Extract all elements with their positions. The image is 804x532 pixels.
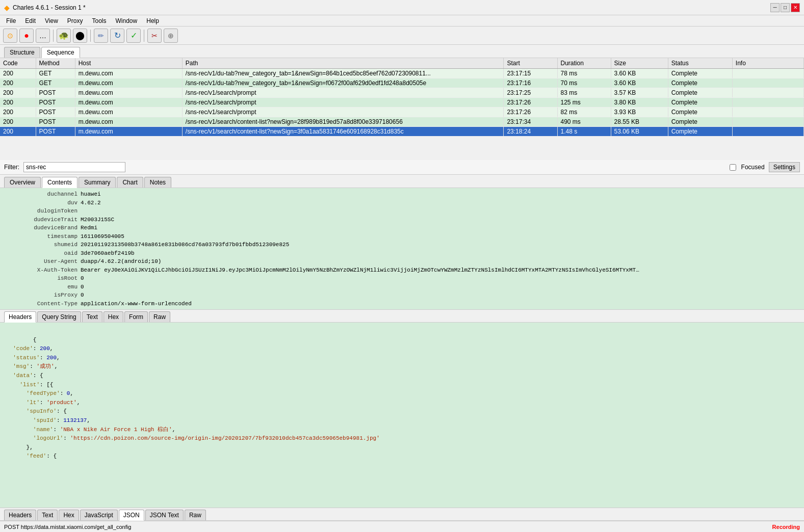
tab-resp-jsontext[interactable]: JSON Text xyxy=(145,510,184,520)
table-cell: /sns-rec/v1/search/content-list?newSign=… xyxy=(182,117,504,127)
request-table: Code Method Host Path Start Duration Siz… xyxy=(0,58,804,137)
refresh-btn[interactable]: ↻ xyxy=(110,29,124,43)
tab-resp-text[interactable]: Text xyxy=(37,510,58,520)
close-button[interactable]: ✕ xyxy=(791,3,800,12)
th-duration[interactable]: Duration xyxy=(557,58,611,69)
tab-structure[interactable]: Structure xyxy=(4,47,40,58)
th-code[interactable]: Code xyxy=(0,58,36,69)
table-cell: 53.06 KB xyxy=(611,127,668,137)
menu-edit[interactable]: Edit xyxy=(21,16,40,25)
table-row[interactable]: 200POSTm.dewu.com/sns-rec/v1/search/prom… xyxy=(0,88,804,98)
status-url: POST https://data.mistat.xiaomi.com/get_… xyxy=(4,524,131,530)
th-start[interactable]: Start xyxy=(504,58,557,69)
filter-input[interactable] xyxy=(23,162,125,172)
table-row[interactable]: 200POSTm.dewu.com/sns-rec/v1/search/prom… xyxy=(0,108,804,117)
table-cell: 23:18:24 xyxy=(504,127,557,137)
table-row[interactable]: 200POSTm.dewu.com/sns-rec/v1/search/cont… xyxy=(0,127,804,137)
stop-btn[interactable]: ● xyxy=(19,29,34,43)
header-shumeid: shumeid 202101192313508b3748a861e831b086… xyxy=(4,241,800,249)
tab-resp-hex[interactable]: Hex xyxy=(59,510,79,520)
tab-raw[interactable]: Raw xyxy=(149,311,170,322)
menubar: File Edit View Proxy Tools Window Help xyxy=(0,15,804,26)
tab-resp-javascript[interactable]: JavaScript xyxy=(80,510,118,520)
break-btn[interactable]: ⬤ xyxy=(73,29,87,43)
table-cell: /sns-rec/v1/search/prompt xyxy=(182,108,504,117)
table-cell: 3.60 KB xyxy=(611,78,668,88)
table-row[interactable]: 200GETm.dewu.com/sns-rec/v1/du-tab?new_c… xyxy=(0,69,804,78)
tab-overview[interactable]: Overview xyxy=(4,177,41,188)
throttle-btn[interactable]: 🐢 xyxy=(57,29,71,43)
focused-checkbox[interactable] xyxy=(730,164,736,171)
table-cell: 70 ms xyxy=(557,78,611,88)
th-info[interactable]: Info xyxy=(732,58,803,69)
th-method[interactable]: Method xyxy=(36,58,75,69)
table-cell: 200 xyxy=(0,117,36,127)
status-recording: Recording xyxy=(772,524,800,530)
table-cell: m.dewu.com xyxy=(75,108,182,117)
tools2-btn[interactable]: ✂ xyxy=(147,29,162,43)
table-cell xyxy=(732,98,803,108)
separator-3 xyxy=(144,30,144,42)
header-contenttype: Content-Type application/x-www-form-urle… xyxy=(4,300,800,308)
table-cell: /sns-rec/v1/search/prompt xyxy=(182,88,504,98)
request-table-container: Code Method Host Path Start Duration Siz… xyxy=(0,58,804,160)
tab-summary[interactable]: Summary xyxy=(79,177,116,188)
tab-headers[interactable]: Headers xyxy=(4,311,36,323)
tab-resp-json[interactable]: JSON xyxy=(119,510,144,521)
tab-resp-headers[interactable]: Headers xyxy=(4,510,36,520)
table-cell: Complete xyxy=(668,98,732,108)
tab-hex[interactable]: Hex xyxy=(103,311,123,322)
main-layout: ◆ Charles 4.6.1 - Session 1 * ─ □ ✕ File… xyxy=(0,0,804,532)
table-cell: 490 ms xyxy=(557,117,611,127)
record-btn[interactable]: ⊙ xyxy=(3,29,17,43)
response-pane: { 'code': 200, 'status': 200, 'msg': '成功… xyxy=(0,323,804,521)
minimize-button[interactable]: ─ xyxy=(770,3,780,12)
header-dulogintoken: duloginToken xyxy=(4,207,800,216)
maximize-button[interactable]: □ xyxy=(781,3,790,12)
th-host[interactable]: Host xyxy=(75,58,182,69)
settings2-btn[interactable]: ⊕ xyxy=(164,29,178,43)
table-cell: GET xyxy=(36,78,75,88)
table-cell: Complete xyxy=(668,127,732,137)
app-title: Charles 4.6.1 - Session 1 * xyxy=(13,4,86,11)
menu-view[interactable]: View xyxy=(41,16,62,25)
validate-btn[interactable]: ✓ xyxy=(126,29,141,43)
table-row[interactable]: 200GETm.dewu.com/sns-rec/v1/du-tab?new_c… xyxy=(0,78,804,88)
menu-tools[interactable]: Tools xyxy=(88,16,111,25)
titlebar-left: ◆ Charles 4.6.1 - Session 1 * xyxy=(4,4,86,12)
table-cell: Complete xyxy=(668,78,732,88)
th-path[interactable]: Path xyxy=(182,58,504,69)
table-cell: 28.55 KB xyxy=(611,117,668,127)
menu-file[interactable]: File xyxy=(2,16,20,25)
menu-window[interactable]: Window xyxy=(112,16,142,25)
tab-sequence[interactable]: Sequence xyxy=(41,47,80,58)
table-cell: POST xyxy=(36,98,75,108)
table-cell: 200 xyxy=(0,98,36,108)
table-cell: POST xyxy=(36,108,75,117)
tab-chart[interactable]: Chart xyxy=(117,177,143,188)
settings-button[interactable]: Settings xyxy=(769,162,800,172)
more-btn[interactable]: … xyxy=(36,29,50,43)
menu-proxy[interactable]: Proxy xyxy=(63,16,87,25)
table-row[interactable]: 200POSTm.dewu.com/sns-rec/v1/search/prom… xyxy=(0,98,804,108)
tab-contents[interactable]: Contents xyxy=(42,177,77,188)
tab-resp-raw[interactable]: Raw xyxy=(185,510,206,520)
tab-querystring[interactable]: Query String xyxy=(37,311,81,322)
table-cell: 23:17:15 xyxy=(504,69,557,78)
table-cell: 200 xyxy=(0,108,36,117)
table-cell: 82 ms xyxy=(557,108,611,117)
menu-help[interactable]: Help xyxy=(142,16,163,25)
th-status[interactable]: Status xyxy=(668,58,732,69)
table-row[interactable]: 200POSTm.dewu.com/sns-rec/v1/search/cont… xyxy=(0,117,804,127)
table-cell: 3.80 KB xyxy=(611,98,668,108)
table-cell: POST xyxy=(36,117,75,127)
compose-btn[interactable]: ✏ xyxy=(94,29,108,43)
table-cell: 23:17:26 xyxy=(504,98,557,108)
table-cell: 23:17:16 xyxy=(504,78,557,88)
tab-text[interactable]: Text xyxy=(82,311,102,322)
titlebar: ◆ Charles 4.6.1 - Session 1 * ─ □ ✕ xyxy=(0,0,804,15)
tab-notes[interactable]: Notes xyxy=(144,177,171,188)
table-cell: Complete xyxy=(668,69,732,78)
th-size[interactable]: Size xyxy=(611,58,668,69)
tab-form[interactable]: Form xyxy=(124,311,148,322)
